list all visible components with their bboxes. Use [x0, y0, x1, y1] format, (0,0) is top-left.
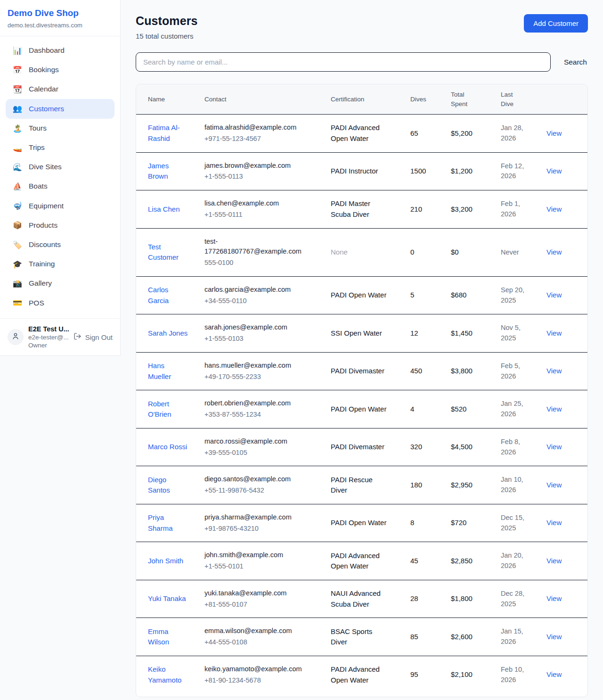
sidebar-item-label: Bookings — [29, 66, 59, 74]
sidebar-item-equipment[interactable]: 🤿 Equipment — [6, 196, 114, 215]
sidebar-item-boats[interactable]: ⛵ Boats — [6, 177, 114, 196]
customer-name-link[interactable]: Priya Sharma — [148, 512, 189, 534]
view-customer-link[interactable]: View — [546, 481, 562, 489]
customer-last-dive: Feb 1, 2026 — [501, 199, 528, 220]
customer-phone: +1-555-0101 — [204, 561, 319, 572]
column-header-dives: Dives — [410, 84, 451, 115]
sidebar-item-tours[interactable]: 🏝️ Tours — [6, 119, 114, 138]
page-title: Customers — [136, 14, 198, 28]
table-row: Robert O'Brien robert.obrien@example.com… — [136, 390, 587, 428]
view-customer-link[interactable]: View — [546, 367, 562, 375]
customer-name-link[interactable]: Fatima Al-Rashid — [148, 123, 189, 144]
customer-dives: 5 — [410, 276, 451, 314]
view-customer-link[interactable]: View — [546, 129, 562, 137]
customer-last-dive: Jan 20, 2026 — [501, 551, 528, 571]
page-header: Customers 15 total customers Add Custome… — [136, 14, 588, 40]
sidebar-item-pos[interactable]: 💳 POS — [6, 293, 114, 313]
customer-dives: 65 — [410, 115, 451, 153]
search-button[interactable]: Search — [563, 58, 588, 66]
sidebar-item-training[interactable]: 🎓 Training — [6, 255, 114, 274]
customer-dives: 180 — [410, 466, 451, 504]
customer-certification: PADI Open Water — [331, 518, 386, 528]
customer-dives: 95 — [410, 656, 451, 693]
sidebar-item-gallery[interactable]: 📸 Gallery — [6, 274, 114, 293]
customer-email: emma.wilson@example.com — [204, 626, 304, 636]
customer-name-link[interactable]: Hans Mueller — [148, 361, 189, 382]
view-customer-link[interactable]: View — [546, 329, 562, 337]
customer-phone: +44-555-0108 — [204, 637, 319, 648]
sign-out-label: Sign Out — [85, 333, 113, 341]
table-row: Hans Mueller hans.mueller@example.com +4… — [136, 352, 587, 390]
sidebar-item-dashboard[interactable]: 📊 Dashboard — [6, 41, 114, 60]
view-customer-link[interactable]: View — [546, 291, 562, 299]
view-customer-link[interactable]: View — [546, 594, 562, 602]
sidebar-item-label: Gallery — [29, 279, 52, 288]
sidebar-item-calendar[interactable]: 📆 Calendar — [6, 80, 114, 99]
customer-name-link[interactable]: James Brown — [148, 161, 189, 182]
sidebar-item-trips[interactable]: 🚤 Trips — [6, 138, 114, 157]
table-header-row: Name Contact Certification Dives Total S… — [136, 84, 587, 115]
customer-name-link[interactable]: John Smith — [148, 556, 183, 567]
customer-name-link[interactable]: Test Customer — [148, 242, 189, 263]
view-customer-link[interactable]: View — [546, 167, 562, 175]
customer-name-link[interactable]: Yuki Tanaka — [148, 593, 186, 604]
sidebar-item-customers[interactable]: 👥 Customers — [6, 99, 114, 118]
table-row: Priya Sharma priya.sharma@example.com +9… — [136, 504, 587, 542]
customer-last-dive: Feb 12, 2026 — [501, 161, 528, 182]
search-row: Search — [136, 52, 588, 72]
customer-certification: PADI Advanced Open Water — [331, 551, 388, 572]
table-row: Keiko Yamamoto keiko.yamamoto@example.co… — [136, 656, 587, 693]
sidebar-item-dive-sites[interactable]: 🌊 Dive Sites — [6, 157, 114, 177]
customer-certification: PADI Divemaster — [331, 442, 384, 453]
column-header-name: Name — [136, 84, 204, 115]
customer-total-spent: $2,850 — [451, 542, 501, 580]
customer-certification: PADI Rescue Diver — [331, 475, 388, 496]
view-customer-link[interactable]: View — [546, 405, 562, 413]
customer-name-link[interactable]: Lisa Chen — [148, 204, 180, 215]
view-customer-link[interactable]: View — [546, 670, 562, 678]
sidebar-item-discounts[interactable]: 🏷️ Discounts — [6, 235, 114, 255]
customer-dives: 8 — [410, 504, 451, 542]
customer-phone: +34-555-0110 — [204, 296, 319, 306]
customer-last-dive: Feb 10, 2026 — [501, 665, 528, 685]
person-icon — [11, 332, 20, 342]
customer-phone: +1-555-0111 — [204, 210, 319, 220]
customer-email: fatima.alrashid@example.com — [204, 123, 304, 133]
brand-name: Demo Dive Shop — [8, 8, 113, 19]
customer-total-spent: $5,200 — [451, 115, 501, 153]
view-customer-link[interactable]: View — [546, 443, 562, 451]
customer-phone: +353-87-555-1234 — [204, 410, 319, 420]
view-customer-link[interactable]: View — [546, 248, 562, 256]
view-customer-link[interactable]: View — [546, 205, 562, 213]
customer-last-dive: Feb 5, 2026 — [501, 361, 528, 382]
sign-out-button[interactable]: Sign Out — [73, 332, 113, 342]
sidebar-item-products[interactable]: 📦 Products — [6, 215, 114, 235]
table-row: John Smith john.smith@example.com +1-555… — [136, 542, 587, 580]
customer-name-link[interactable]: Emma Wilson — [148, 626, 189, 648]
customer-email: robert.obrien@example.com — [204, 398, 304, 409]
column-header-certification: Certification — [331, 84, 410, 115]
add-customer-button[interactable]: Add Customer — [524, 14, 588, 33]
table-row: Test Customer test-1772681807767@example… — [136, 228, 587, 276]
view-customer-link[interactable]: View — [546, 557, 562, 565]
customer-certification: BSAC Sports Diver — [331, 626, 388, 648]
table-row: Yuki Tanaka yuki.tanaka@example.com +81-… — [136, 580, 587, 618]
customer-name-link[interactable]: Keiko Yamamoto — [148, 664, 189, 685]
customer-name-link[interactable]: Marco Rossi — [148, 442, 187, 453]
view-customer-link[interactable]: View — [546, 519, 562, 527]
customer-last-dive: Dec 28, 2025 — [501, 589, 528, 609]
search-input[interactable] — [136, 52, 551, 72]
sidebar-item-label: Training — [29, 260, 55, 269]
customers-table-card: Name Contact Certification Dives Total S… — [136, 84, 588, 697]
customer-name-link[interactable]: Robert O'Brien — [148, 399, 189, 420]
sidebar-item-bookings[interactable]: 📅 Bookings — [6, 60, 114, 80]
customer-name-link[interactable]: Sarah Jones — [148, 328, 187, 339]
customer-phone: +81-555-0107 — [204, 600, 319, 610]
brand-domain: demo.test.divestreams.com — [8, 22, 113, 29]
table-row: Lisa Chen lisa.chen@example.com +1-555-0… — [136, 190, 587, 229]
customer-total-spent: $1,200 — [451, 152, 501, 190]
customer-name-link[interactable]: Carlos Garcia — [148, 285, 189, 306]
sidebar-item-label: Customers — [29, 105, 64, 114]
customer-name-link[interactable]: Diego Santos — [148, 475, 189, 496]
view-customer-link[interactable]: View — [546, 633, 562, 641]
